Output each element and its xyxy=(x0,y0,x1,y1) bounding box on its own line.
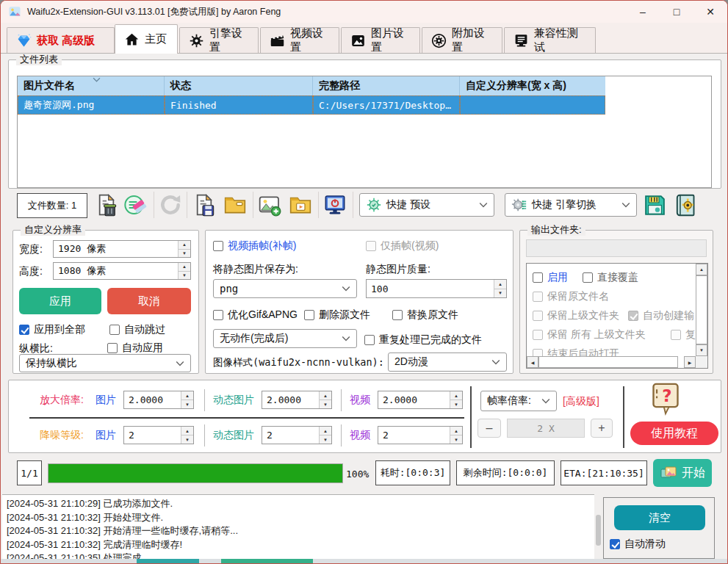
scroll-up-icon[interactable]: ▲ xyxy=(696,264,707,275)
scale-gif-spinbox[interactable]: 2.0000 ▲▼ xyxy=(262,391,332,409)
log-output[interactable]: [2024-05-31 21:10:29] 已成功添加文件. [2024-05-… xyxy=(2,494,594,564)
output-path-field[interactable] xyxy=(526,239,707,257)
maximize-button[interactable]: □ xyxy=(660,1,693,23)
keep-all-parents-checkbox[interactable]: 保留 所有 上级文件夹 xyxy=(533,328,646,341)
tutorial-button[interactable]: 使用教程 xyxy=(630,422,718,445)
tab-compatibility-test[interactable]: 兼容性测试 xyxy=(504,27,596,53)
file-table[interactable]: 图片文件名 状态 完整路径 自定义分辨率(宽 x 高) 趣奇资源网.png Fi… xyxy=(17,76,712,188)
denoise-gif-spinbox[interactable]: 2 ▲▼ xyxy=(262,426,332,444)
tab-label: 兼容性测试 xyxy=(534,26,586,54)
width-spinbox[interactable]: 1920 像素 ▲▼ xyxy=(53,240,191,258)
spin-down-icon[interactable]: ▼ xyxy=(181,400,193,408)
reprocess-finished-checkbox[interactable]: 重复处理已完成的文件 xyxy=(364,333,482,347)
scroll-left-icon[interactable]: ◀ xyxy=(527,356,538,368)
cell-filename[interactable]: 趣奇资源网.png xyxy=(18,95,165,115)
spin-down-icon[interactable]: ▼ xyxy=(450,400,462,408)
framerate-plus-button[interactable]: + xyxy=(591,419,613,438)
spin-down-icon[interactable]: ▼ xyxy=(320,435,331,444)
spin-up-icon[interactable]: ▲ xyxy=(181,391,193,400)
table-row[interactable]: 趣奇资源网.png Finished C:/Users/17371/Deskto… xyxy=(18,95,711,115)
clear-list-button[interactable] xyxy=(123,192,149,218)
interpolation-only-checkbox[interactable]: 仅插帧(视频) xyxy=(366,239,439,253)
replace-original-checkbox[interactable]: 替换原文件 xyxy=(392,308,458,322)
horizontal-scrollbar-thumb[interactable] xyxy=(538,356,678,368)
after-action-dropdown[interactable]: 无动作(完成后) xyxy=(213,329,357,348)
spin-up-icon[interactable]: ▲ xyxy=(450,427,462,435)
height-spinbox[interactable]: 1080 像素 ▲▼ xyxy=(53,262,191,280)
tab-home[interactable]: 主页 xyxy=(115,24,178,54)
scale-image-spinbox[interactable]: 2.0000 ▲▼ xyxy=(123,391,194,409)
spin-up-icon[interactable]: ▲ xyxy=(320,391,331,400)
tab-engine-settings[interactable]: 引擎设置 xyxy=(179,27,259,53)
clear-log-button[interactable]: 清空 xyxy=(614,505,705,530)
scale-video-spinbox[interactable]: 2.0000 ▲▼ xyxy=(378,391,463,409)
save-format-dropdown[interactable]: png xyxy=(213,279,357,298)
custom-resolution-title: 自定义分辨率 xyxy=(21,224,85,236)
tab-image-settings[interactable]: 图片设置 xyxy=(341,27,420,53)
denoise-image-spinbox[interactable]: 2 ▲▼ xyxy=(123,426,194,444)
auto-apply-checkbox[interactable]: 自动应用 xyxy=(107,341,163,355)
framerate-dropdown[interactable]: 帧率倍率: xyxy=(480,391,557,411)
auto-create-output-checkbox[interactable]: 自动创建输 xyxy=(628,309,694,322)
minimize-button[interactable]: – xyxy=(626,1,660,23)
apply-to-all-checkbox[interactable]: 应用到全部 xyxy=(19,323,85,336)
refresh-button[interactable] xyxy=(157,192,184,218)
spin-down-icon[interactable]: ▼ xyxy=(320,400,331,408)
scroll-down-icon[interactable]: ▼ xyxy=(696,344,707,356)
cell-custom-res[interactable] xyxy=(460,95,605,115)
spin-up-icon[interactable]: ▲ xyxy=(494,280,506,289)
spin-down-icon[interactable]: ▼ xyxy=(179,250,190,258)
cancel-button[interactable]: 取消 xyxy=(107,288,191,314)
aspect-ratio-dropdown[interactable]: 保持纵横比 xyxy=(19,354,191,372)
spin-up-icon[interactable]: ▲ xyxy=(179,241,190,250)
log-scrollbar-thumb[interactable] xyxy=(596,515,601,546)
checkbox-icon xyxy=(304,310,314,320)
spin-down-icon[interactable]: ▼ xyxy=(181,435,193,444)
column-header-filename[interactable]: 图片文件名 xyxy=(18,76,165,95)
framerate-minus-button[interactable]: – xyxy=(477,419,501,438)
add-image-button[interactable] xyxy=(256,192,283,218)
auto-scroll-checkbox[interactable]: 自动滑动 xyxy=(610,538,666,551)
image-style-dropdown[interactable]: 2D动漫 xyxy=(388,352,507,372)
cell-path[interactable]: C:/Users/17371/Desktop… xyxy=(313,95,460,115)
spin-down-icon[interactable]: ▼ xyxy=(494,289,506,298)
cell-status[interactable]: Finished xyxy=(165,95,313,115)
keep-filename-checkbox[interactable]: 保留原文件名 xyxy=(533,290,609,303)
spin-up-icon[interactable]: ▲ xyxy=(179,263,190,272)
tab-video-settings[interactable]: 视频设置 xyxy=(260,27,339,53)
open-folder-button[interactable] xyxy=(222,192,248,218)
save-settings-button[interactable] xyxy=(641,192,668,218)
spin-down-icon[interactable]: ▼ xyxy=(179,272,190,280)
column-header-custom-res[interactable]: 自定义分辨率(宽 x 高) xyxy=(460,76,605,95)
settings-guide-button[interactable] xyxy=(672,192,699,218)
denoise-video-spinbox[interactable]: 2 ▲▼ xyxy=(378,426,463,444)
quick-preset-dropdown[interactable]: 快捷 预设 xyxy=(359,193,494,217)
save-file-list-button[interactable] xyxy=(191,192,217,218)
close-button[interactable]: ✕ xyxy=(693,1,727,23)
auto-skip-checkbox[interactable]: 自动跳过 xyxy=(109,323,165,336)
overwrite-checkbox[interactable]: 直接覆盖 xyxy=(583,271,638,284)
spin-up-icon[interactable]: ▲ xyxy=(450,391,462,400)
scroll-right-icon[interactable]: ▶ xyxy=(684,356,696,368)
tab-additional-settings[interactable]: 附加设置 xyxy=(422,27,502,53)
remove-file-button[interactable] xyxy=(93,192,120,218)
keep-parent-folder-checkbox[interactable]: 保留上级文件夹 xyxy=(533,309,619,322)
image-style-label: 图像样式(waifu2x-ncnn-vulkan): xyxy=(213,356,384,369)
start-button[interactable]: 开始 xyxy=(653,459,712,487)
vertical-scrollbar-thumb[interactable] xyxy=(696,275,707,344)
apply-button[interactable]: 应用 xyxy=(19,288,101,314)
shutdown-monitor-button[interactable] xyxy=(322,192,348,218)
column-header-status[interactable]: 状态 xyxy=(165,76,313,95)
spin-down-icon[interactable]: ▼ xyxy=(450,435,462,444)
column-header-path[interactable]: 完整路径 xyxy=(313,76,460,95)
quality-spinbox[interactable]: 100 ▲▼ xyxy=(366,279,507,298)
video-interpolation-checkbox[interactable]: 视频插帧(补帧) xyxy=(213,239,296,253)
tab-get-premium[interactable]: 获取 高级版 xyxy=(7,27,115,53)
spin-up-icon[interactable]: ▲ xyxy=(320,427,331,435)
optimize-gif-checkbox[interactable]: 优化Gif&APNG xyxy=(213,308,298,322)
enable-output-checkbox[interactable]: 启用 xyxy=(533,271,568,284)
add-video-folder-button[interactable] xyxy=(287,192,314,218)
quick-engine-dropdown[interactable]: 快捷 引擎切换 xyxy=(505,193,637,217)
delete-source-checkbox[interactable]: 删除源文件 xyxy=(304,308,370,322)
spin-up-icon[interactable]: ▲ xyxy=(181,427,193,435)
